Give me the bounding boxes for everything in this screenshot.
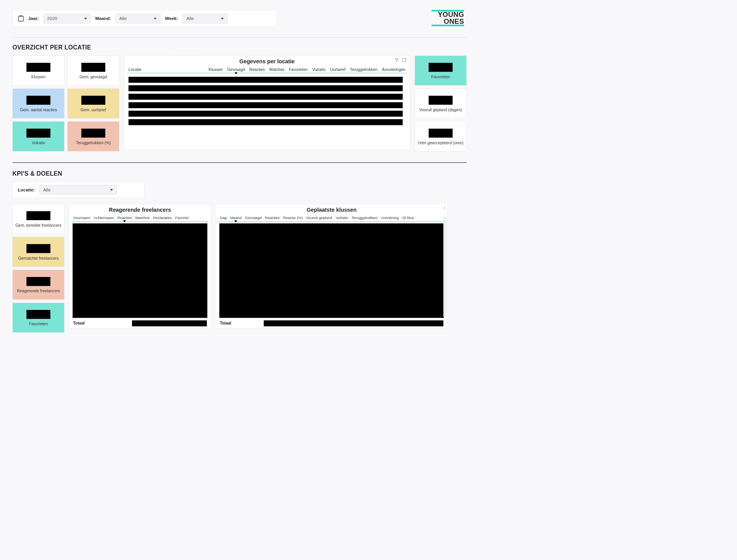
table-row-redacted xyxy=(129,77,403,83)
kpi-card[interactable]: Klussen xyxy=(13,56,64,86)
kpi-label: Gem. bereikte freelancers xyxy=(15,223,61,228)
column-header[interactable]: Gevraagd xyxy=(227,68,245,72)
kpi-value-redacted xyxy=(26,277,50,286)
column-header[interactable]: Vooruit gepland xyxy=(306,216,332,220)
kpi-card[interactable]: Gem. gevraagd xyxy=(68,56,119,86)
jaar-select[interactable]: 2020 xyxy=(43,14,91,23)
kpi-card[interactable]: Uren geaccepteerd (uren) xyxy=(415,122,466,152)
column-header[interactable]: Annuleringen xyxy=(382,68,405,72)
table-body-redacted xyxy=(219,223,444,318)
kpi-grid-left: KlussenGem. gevraagdGem. aantal reacties… xyxy=(13,56,119,152)
section-title-overzicht: OVERZICHT PER LOCATIE xyxy=(13,44,467,51)
kpi-card[interactable]: Gem. bereikte freelancers xyxy=(13,204,64,234)
column-header[interactable]: Uurtarief xyxy=(330,68,345,72)
table-row-redacted xyxy=(129,94,403,100)
column-header[interactable]: Reacties xyxy=(265,216,279,220)
column-header[interactable]: Locatie xyxy=(129,68,204,72)
kpi-card[interactable]: Vooruit gepland (dagen) xyxy=(415,89,466,119)
kpi-value-redacted xyxy=(429,128,453,137)
jaar-label: Jaar: xyxy=(28,16,39,21)
kpi-card[interactable]: Gem. uurtarief xyxy=(68,89,119,119)
kpi-card[interactable]: Gematchte freelancers xyxy=(13,237,64,267)
column-header[interactable]: Vulratio xyxy=(335,216,348,220)
kpi-value-redacted xyxy=(429,96,453,105)
week-value: Alle xyxy=(186,16,194,21)
column-header[interactable]: Vulratio xyxy=(312,68,326,72)
kpi-column-section2: Gem. bereikte freelancersGematchte freel… xyxy=(13,204,64,333)
totaal-label: Totaal xyxy=(220,321,230,326)
kpi-label: Favorieten xyxy=(29,322,48,326)
chevron-down-icon xyxy=(221,18,224,20)
totaal-redacted xyxy=(264,320,443,326)
totaal-redacted xyxy=(132,320,207,326)
kpi-value-redacted xyxy=(429,63,453,72)
column-header[interactable]: Achternaam xyxy=(94,216,114,220)
table-title: Reagerende freelancers xyxy=(72,207,208,213)
kpi-column-right: FavorietenVooruit gepland (dagen)Uren ge… xyxy=(415,56,466,152)
kpi-value-redacted xyxy=(81,96,105,105)
column-header[interactable]: Reactie (%) xyxy=(283,216,303,220)
logo-line-2: ONES xyxy=(432,18,464,25)
kpi-label: Vulratio xyxy=(32,141,45,145)
kpi-value-redacted xyxy=(26,211,50,220)
reagerende-freelancers-table: Reagerende freelancers VoornaamAchternaa… xyxy=(69,204,211,329)
maand-select[interactable]: Alle xyxy=(116,14,160,23)
column-header[interactable]: Favorieten xyxy=(289,68,308,72)
kpi-card[interactable]: Vulratio xyxy=(13,122,64,152)
column-header[interactable]: Annulering xyxy=(381,216,399,220)
column-header[interactable]: Gevraagd xyxy=(245,216,262,220)
kpi-value-redacted xyxy=(26,244,50,253)
column-header[interactable]: Favoriet xyxy=(175,216,189,220)
kpi-label: Klussen xyxy=(31,75,46,79)
table-header-row: VoornaamAchternaamReactiesMatchesDeclara… xyxy=(72,215,208,222)
kpi-card[interactable]: Favorieten xyxy=(415,56,466,86)
column-header[interactable]: Teruggetrokken xyxy=(350,68,378,72)
table-body-redacted xyxy=(127,77,407,125)
column-header[interactable]: Klussen xyxy=(208,68,223,72)
column-header[interactable]: Declaraties xyxy=(153,216,172,220)
column-header[interactable]: Matches xyxy=(136,216,150,220)
column-header[interactable]: Voornaam xyxy=(73,216,90,220)
locatie-select[interactable]: Alle xyxy=(40,185,117,194)
column-header[interactable]: ID klus xyxy=(402,216,414,220)
maand-value: Alle xyxy=(119,16,127,21)
column-header[interactable]: Reacties xyxy=(117,216,132,220)
locatie-filter-bar: Locatie: Alle xyxy=(13,182,145,198)
logo: YOUNG ONES xyxy=(432,10,464,26)
chevron-down-icon xyxy=(84,18,87,20)
kpi-card[interactable]: Teruggetrokken (%) xyxy=(68,122,119,152)
table-header-row: LocatieKlussenGevraagdReactiesMatchesFav… xyxy=(127,66,407,73)
kpi-label: Gem. aantal reacties xyxy=(20,108,57,112)
locatie-label: Locatie: xyxy=(18,187,35,193)
table-body-redacted xyxy=(73,223,207,318)
scrollbar[interactable] xyxy=(443,217,446,317)
column-header[interactable]: Matches xyxy=(269,68,284,72)
table-row-redacted xyxy=(129,85,403,91)
kpi-value-redacted xyxy=(26,63,50,72)
date-filter-bar: Jaar: 2020 Maand: Alle Week: Alle xyxy=(13,10,277,27)
kpi-card[interactable]: Reagerende freelancers xyxy=(13,270,64,300)
scroll-up-icon[interactable]: ^ xyxy=(444,207,445,211)
kpi-value-redacted xyxy=(81,128,105,137)
kpi-value-redacted xyxy=(26,128,50,137)
column-header[interactable]: Reacties xyxy=(249,68,264,72)
table-header-row: DagMaandGevraagdReactiesReactie (%)Vooru… xyxy=(218,215,445,222)
column-header[interactable]: Dag xyxy=(220,216,227,220)
week-select[interactable]: Alle xyxy=(183,14,228,23)
column-header[interactable]: Maand xyxy=(230,216,242,220)
chevron-down-icon xyxy=(154,18,157,20)
jaar-value: 2020 xyxy=(47,16,57,21)
kpi-label: Vooruit gepland (dagen) xyxy=(419,108,462,112)
chevron-down-icon xyxy=(110,189,113,191)
kpi-label: Gematchte freelancers xyxy=(18,256,58,261)
maand-label: Maand: xyxy=(95,16,111,21)
kpi-card[interactable]: Gem. aantal reacties xyxy=(13,89,64,119)
kpi-label: Gem. uurtarief xyxy=(81,108,106,112)
geplaatste-klussen-table: ^ Geplaatste klussen DagMaandGevraagdRea… xyxy=(216,204,448,329)
kpi-card[interactable]: Favorieten xyxy=(13,303,64,333)
column-header[interactable]: Teruggetrokken xyxy=(352,216,377,220)
kpi-value-redacted xyxy=(26,310,50,319)
filter-icon[interactable] xyxy=(395,58,399,63)
table-row-redacted xyxy=(129,111,403,117)
focus-icon[interactable] xyxy=(402,58,407,63)
